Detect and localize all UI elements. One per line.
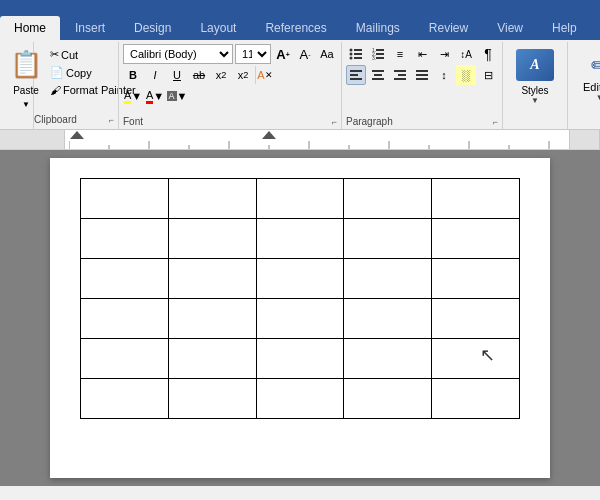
clipboard-expand-icon[interactable]: ⌐: [109, 115, 114, 125]
tab-mailings[interactable]: Mailings: [342, 16, 414, 40]
shrink-font-button[interactable]: A-: [295, 44, 315, 64]
tab-layout[interactable]: Layout: [186, 16, 250, 40]
align-left-button[interactable]: [346, 65, 366, 85]
font-expand-icon[interactable]: ⌐: [332, 117, 337, 127]
clipboard-label: Clipboard ⌐: [34, 112, 114, 127]
table-row[interactable]: [81, 379, 520, 419]
table-cell[interactable]: [432, 339, 520, 379]
paragraph-expand-icon[interactable]: ⌐: [493, 117, 498, 127]
align-right-button[interactable]: [390, 65, 410, 85]
table-cell[interactable]: [432, 259, 520, 299]
numbering-button[interactable]: 1.2.3.: [368, 44, 388, 64]
font-label: Font ⌐: [123, 114, 337, 129]
table-cell[interactable]: [344, 259, 432, 299]
table-cell[interactable]: [344, 179, 432, 219]
align-center-button[interactable]: [368, 65, 388, 85]
superscript-button[interactable]: x2: [233, 65, 253, 85]
ruler-left-side: [0, 130, 65, 149]
table-cell[interactable]: [81, 219, 169, 259]
line-spacing-button[interactable]: ↕: [434, 65, 454, 85]
decrease-indent-button[interactable]: ⇤: [412, 44, 432, 64]
table-cell[interactable]: [81, 379, 169, 419]
table-row[interactable]: [81, 339, 520, 379]
bold-button[interactable]: B: [123, 65, 143, 85]
tell-me-input[interactable]: 🔍 Tell m...: [592, 2, 600, 40]
table-cell[interactable]: [168, 339, 256, 379]
svg-rect-20: [394, 78, 406, 80]
table-cell[interactable]: [256, 219, 344, 259]
table-cell[interactable]: [81, 299, 169, 339]
table-row[interactable]: [81, 299, 520, 339]
document-table[interactable]: [80, 178, 520, 419]
font-name-select[interactable]: Calibri (Body): [123, 44, 233, 64]
tab-design[interactable]: Design: [120, 16, 185, 40]
table-cell[interactable]: [432, 379, 520, 419]
tab-home[interactable]: Home: [0, 16, 60, 40]
subscript-button[interactable]: x2: [211, 65, 231, 85]
table-row[interactable]: [81, 219, 520, 259]
font-group: Calibri (Body) 11 A+ A- Aa B I U ab x2 x…: [119, 42, 342, 129]
table-cell[interactable]: [256, 179, 344, 219]
editing-button[interactable]: ✏ Editing ▼: [574, 44, 600, 110]
table-cell[interactable]: [168, 299, 256, 339]
show-marks-button[interactable]: ¶: [478, 44, 498, 64]
table-cell[interactable]: [256, 299, 344, 339]
table-cell[interactable]: [81, 259, 169, 299]
change-case-button[interactable]: Aa: [317, 44, 337, 64]
table-cell[interactable]: [432, 219, 520, 259]
shading-button[interactable]: A▼: [167, 86, 187, 106]
tab-insert[interactable]: Insert: [61, 16, 119, 40]
paste-chevron: ▼: [22, 100, 30, 109]
svg-marker-38: [262, 131, 276, 139]
table-cell[interactable]: [168, 379, 256, 419]
table-cell[interactable]: [344, 299, 432, 339]
table-cell[interactable]: [168, 179, 256, 219]
font-color-button[interactable]: A▼: [145, 86, 165, 106]
table-cell[interactable]: [168, 219, 256, 259]
tab-help[interactable]: Help: [538, 16, 591, 40]
underline-button[interactable]: U: [167, 65, 187, 85]
tab-view[interactable]: View: [483, 16, 537, 40]
numbering-icon: 1.2.3.: [371, 47, 385, 61]
svg-rect-11: [376, 57, 384, 59]
table-cell[interactable]: [81, 339, 169, 379]
svg-rect-9: [376, 53, 384, 55]
table-row[interactable]: [81, 259, 520, 299]
svg-rect-18: [394, 70, 406, 72]
table-cell[interactable]: [432, 179, 520, 219]
multilevel-button[interactable]: ≡: [390, 44, 410, 64]
table-cell[interactable]: [344, 379, 432, 419]
sort-button[interactable]: ↕A: [456, 44, 476, 64]
table-cell[interactable]: [256, 259, 344, 299]
svg-rect-15: [372, 70, 384, 72]
styles-button[interactable]: A Styles ▼: [509, 44, 561, 110]
svg-rect-13: [350, 74, 358, 76]
table-cell[interactable]: [256, 339, 344, 379]
bullets-button[interactable]: [346, 44, 366, 64]
clear-format-button[interactable]: A ✕: [255, 65, 275, 85]
ribbon-container: Home Insert Design Layout References Mai…: [0, 0, 600, 130]
table-row[interactable]: [81, 179, 520, 219]
shading-para-button[interactable]: ░: [456, 65, 476, 85]
table-cell[interactable]: [168, 259, 256, 299]
strikethrough-button[interactable]: ab: [189, 65, 209, 85]
italic-button[interactable]: I: [145, 65, 165, 85]
table-cell[interactable]: [344, 339, 432, 379]
svg-point-2: [350, 53, 353, 56]
borders-button[interactable]: ⊟: [478, 65, 498, 85]
paragraph-group-content: 1.2.3. ≡ ⇤ ⇥ ↕A ¶: [346, 44, 498, 85]
table-cell[interactable]: [81, 179, 169, 219]
table-cell[interactable]: [256, 379, 344, 419]
font-size-select[interactable]: 11: [235, 44, 271, 64]
justify-button[interactable]: [412, 65, 432, 85]
table-cell[interactable]: [344, 219, 432, 259]
increase-indent-button[interactable]: ⇥: [434, 44, 454, 64]
text-highlight-button[interactable]: A▼: [123, 86, 143, 106]
tab-review[interactable]: Review: [415, 16, 482, 40]
grow-font-button[interactable]: A+: [273, 44, 293, 64]
svg-text:3.: 3.: [372, 55, 376, 61]
ruler-right-side: [570, 130, 600, 149]
styles-icon: A: [516, 49, 554, 81]
table-cell[interactable]: [432, 299, 520, 339]
tab-references[interactable]: References: [251, 16, 340, 40]
